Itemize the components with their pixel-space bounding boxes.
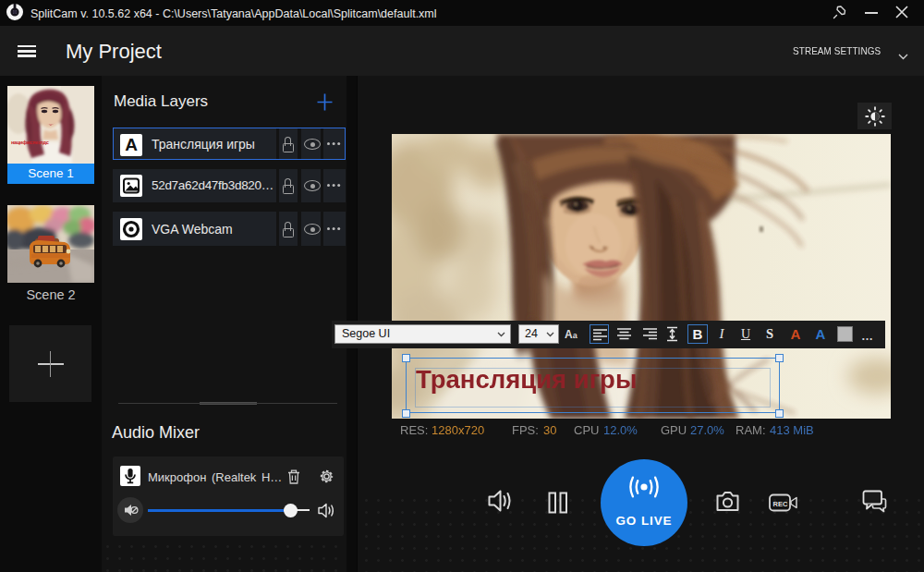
svg-text:нацифжсяезпдс: нацифжсяезпдс [11, 140, 49, 145]
svg-text:REC: REC [773, 500, 788, 508]
